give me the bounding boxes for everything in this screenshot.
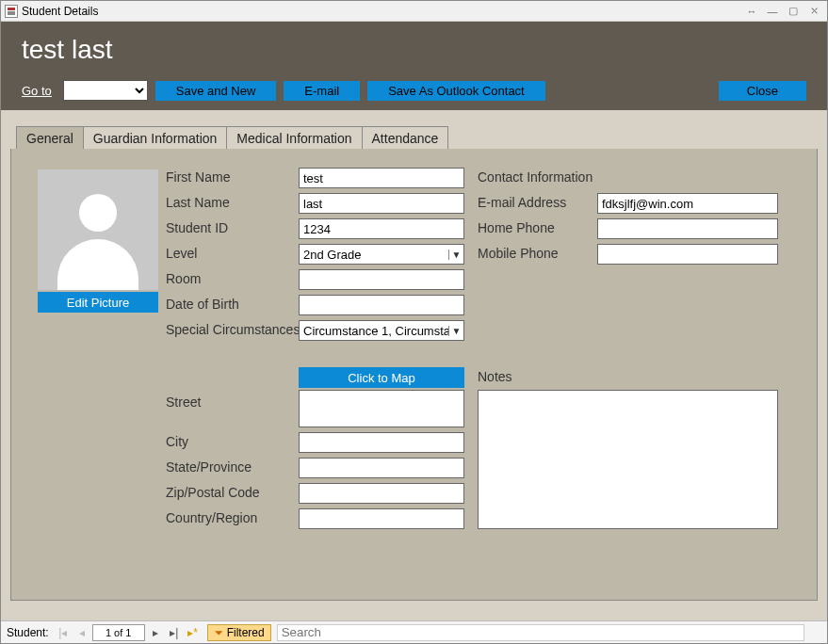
student-id-field[interactable] <box>299 218 464 239</box>
label-street: Street <box>166 394 201 410</box>
chevron-down-icon: ▼ <box>448 326 463 336</box>
save-and-new-button[interactable]: Save and New <box>155 81 277 101</box>
contact-header: Contact Information <box>478 169 593 185</box>
special-select[interactable]: Circumstance 1, Circumstan ▼ <box>299 320 464 341</box>
record-position-field[interactable] <box>92 624 145 641</box>
action-toolbar: Go to Save and New E-mail Save As Outloo… <box>1 74 827 110</box>
recnav-search-field[interactable] <box>277 624 804 641</box>
level-select[interactable]: 2nd Grade ▼ <box>299 244 464 265</box>
label-level: Level <box>166 246 197 261</box>
state-field[interactable] <box>299 458 464 478</box>
label-first-name: First Name <box>166 169 230 185</box>
label-special: Special Circumstances <box>166 322 300 337</box>
window-titlebar: Student Details ↔ — ▢ ⤬ <box>1 1 827 22</box>
record-navigator: Student: |◂ ◂ ▸ ▸| ▸* ⏷ Filtered <box>1 620 827 643</box>
click-to-map-button[interactable]: Click to Map <box>299 367 464 388</box>
next-record-icon[interactable]: ▸ <box>147 624 164 641</box>
zip-field[interactable] <box>299 483 464 504</box>
label-mobile-phone: Mobile Phone <box>478 246 559 261</box>
form-header: test last <box>1 22 827 74</box>
first-name-field[interactable] <box>299 168 464 188</box>
filter-badge[interactable]: ⏷ Filtered <box>207 624 271 641</box>
country-field[interactable] <box>299 508 464 529</box>
form-body: General Guardian Information Medical Inf… <box>1 110 827 631</box>
last-record-icon[interactable]: ▸| <box>166 624 183 641</box>
city-field[interactable] <box>299 432 464 453</box>
save-outlook-button[interactable]: Save As Outlook Contact <box>367 81 545 101</box>
label-room: Room <box>166 271 201 286</box>
label-home-phone: Home Phone <box>478 220 555 235</box>
window-title: Student Details <box>22 5 98 18</box>
label-zip: Zip/Postal Code <box>166 485 260 500</box>
last-name-field[interactable] <box>299 193 464 214</box>
close-window-icon[interactable]: ⤬ <box>804 4 823 19</box>
student-photo[interactable] <box>38 169 158 290</box>
label-city: City <box>166 434 188 449</box>
room-field[interactable] <box>299 269 464 290</box>
email-button[interactable]: E-mail <box>284 81 360 101</box>
maximize-icon[interactable]: ▢ <box>784 4 803 19</box>
label-country: Country/Region <box>166 510 257 525</box>
chevron-down-icon: ▼ <box>448 250 463 260</box>
mobile-phone-field[interactable] <box>597 244 778 265</box>
goto-label: Go to <box>22 84 52 98</box>
avatar-placeholder-icon <box>79 194 117 232</box>
prev-record-icon[interactable]: ◂ <box>73 624 90 641</box>
access-icon <box>5 5 18 18</box>
street-field[interactable] <box>299 390 464 427</box>
label-notes: Notes <box>478 369 512 384</box>
first-record-icon[interactable]: |◂ <box>55 624 72 641</box>
tab-panel-general: Edit Picture First Name Last Name Studen… <box>10 149 818 601</box>
label-state: State/Province <box>166 459 252 475</box>
record-name: test last <box>22 35 806 65</box>
restore-icon[interactable]: ↔ <box>742 4 761 19</box>
email-field[interactable] <box>597 193 778 214</box>
tab-general[interactable]: General <box>16 126 84 150</box>
minimize-icon[interactable]: — <box>763 4 782 19</box>
label-email: E-mail Address <box>478 195 566 210</box>
funnel-icon: ⏷ <box>214 627 224 638</box>
home-phone-field[interactable] <box>597 218 778 239</box>
tab-medical[interactable]: Medical Information <box>226 126 362 150</box>
tab-guardian[interactable]: Guardian Information <box>83 126 228 150</box>
tab-strip: General Guardian Information Medical Inf… <box>10 125 818 149</box>
tab-attendance[interactable]: Attendance <box>362 126 449 150</box>
notes-field[interactable] <box>478 390 778 529</box>
close-button[interactable]: Close <box>719 81 806 101</box>
label-student-id: Student ID <box>166 220 228 235</box>
goto-select[interactable] <box>63 80 148 101</box>
dob-field[interactable] <box>299 295 464 315</box>
label-dob: Date of Birth <box>166 297 239 312</box>
recnav-label: Student: <box>7 626 49 639</box>
label-last-name: Last Name <box>166 195 230 210</box>
new-record-icon[interactable]: ▸* <box>185 624 202 641</box>
edit-picture-button[interactable]: Edit Picture <box>38 292 158 313</box>
